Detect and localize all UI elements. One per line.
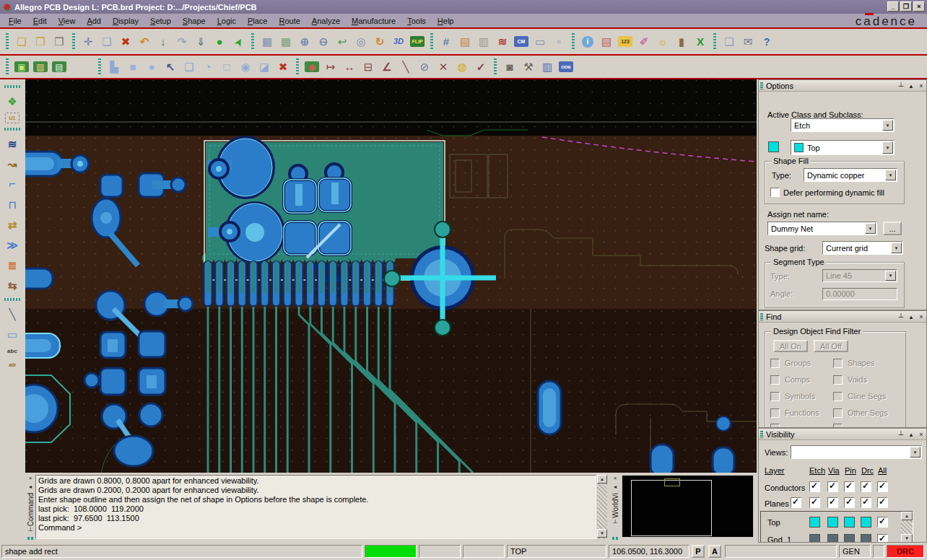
redo-button[interactable]: ↷: [173, 33, 191, 51]
find-panel-header[interactable]: Find ┴ ▴ ×: [759, 311, 926, 323]
pin-icon[interactable]: ┴: [612, 519, 619, 527]
snapshot-button[interactable]: ◙: [501, 58, 518, 76]
pick-mode-button[interactable]: P: [692, 545, 705, 558]
collapse-icon[interactable]: ◂: [27, 483, 35, 491]
void-arc-button[interactable]: ◔: [199, 58, 217, 76]
visibility-column-header[interactable]: Drc: [861, 466, 874, 475]
flip-design-button[interactable]: FLIP: [410, 36, 425, 47]
top-via-swatch[interactable]: [827, 517, 838, 528]
constraint-manager-button[interactable]: CM: [514, 36, 528, 47]
collapse-icon[interactable]: ▴: [906, 430, 916, 439]
move-button[interactable]: ✛: [79, 33, 97, 51]
odb-export-button[interactable]: ODB: [559, 61, 573, 72]
net-name-dropdown[interactable]: Dummy Net ▼: [767, 222, 877, 235]
menu-item[interactable]: Place: [242, 15, 274, 27]
top-all-checkbox[interactable]: [877, 517, 888, 528]
chevron-down-icon[interactable]: ▼: [885, 170, 896, 180]
menu-item[interactable]: Edit: [27, 15, 53, 27]
subclass-color-swatch[interactable]: [768, 141, 779, 152]
zoom-previous-button[interactable]: ↩: [334, 33, 351, 51]
menu-item[interactable]: Shape: [177, 15, 212, 27]
pin-icon[interactable]: ┴: [896, 82, 906, 90]
menu-item[interactable]: Logic: [212, 15, 242, 27]
import-button[interactable]: ↓: [154, 33, 172, 51]
visibility-column-header[interactable]: Pin: [845, 466, 856, 475]
chevron-down-icon[interactable]: ▼: [891, 242, 902, 253]
color-priority-button[interactable]: ▥: [475, 33, 492, 51]
scroll-down-icon[interactable]: ▼: [597, 529, 607, 538]
top-pin-swatch[interactable]: [844, 517, 855, 528]
minimize-button[interactable]: _: [887, 1, 899, 12]
void-rect-button[interactable]: □: [218, 58, 235, 76]
menu-item[interactable]: File: [3, 15, 27, 27]
dim-value-button[interactable]: ⊟: [360, 58, 377, 76]
place-component-button[interactable]: U1: [5, 113, 19, 123]
conductors-drc-checkbox[interactable]: [861, 481, 871, 492]
class-dropdown[interactable]: Etch ▼: [791, 118, 895, 132]
close-icon[interactable]: ×: [27, 474, 35, 482]
datatips-button[interactable]: ▫: [550, 33, 567, 51]
zoom-fit-button[interactable]: ▦: [258, 33, 276, 51]
conductors-etch-checkbox[interactable]: [809, 481, 820, 492]
chevron-down-icon[interactable]: ▼: [882, 120, 893, 131]
fill-type-dropdown[interactable]: Dynamic copper ▼: [804, 168, 897, 182]
drc-status-button[interactable]: DRC: [887, 545, 924, 558]
visibility-panel-header[interactable]: Visibility ┴ ▴ ×: [759, 429, 926, 440]
pin-icon[interactable]: ┴: [27, 527, 35, 535]
collapse-icon[interactable]: ◂: [612, 483, 619, 491]
worldview-tab-label[interactable]: WorldVi: [612, 493, 619, 518]
options-panel-header[interactable]: Options ┴ ▴ ×: [759, 80, 926, 92]
shape-copy-button[interactable]: ❑: [180, 58, 198, 76]
menu-item[interactable]: Manufacture: [346, 15, 401, 27]
undo-button[interactable]: ↶: [136, 33, 153, 51]
gnd1-etch-swatch[interactable]: [809, 534, 820, 543]
fanout-button[interactable]: ⊓: [4, 196, 21, 213]
chevron-down-icon[interactable]: ▼: [865, 223, 876, 234]
slide-button[interactable]: ↝: [4, 155, 21, 172]
layer-chart-button[interactable]: ▥: [539, 58, 556, 76]
board-export-button[interactable]: ▤: [52, 61, 66, 72]
current-view-outline[interactable]: [664, 478, 680, 486]
conductors-via-checkbox[interactable]: [827, 481, 838, 492]
scroll-up-icon[interactable]: ▲: [901, 512, 913, 520]
edit-text-button[interactable]: ab: [5, 359, 19, 370]
board-fill-button[interactable]: ▣: [14, 61, 29, 72]
close-icon[interactable]: ×: [916, 312, 926, 321]
pin-button[interactable]: ➤: [227, 30, 251, 53]
planes-row-checkbox[interactable]: [791, 497, 801, 508]
dim-check-button[interactable]: ✓: [472, 58, 489, 76]
visibility-column-header[interactable]: Etch: [809, 466, 825, 475]
gnd1-pin-swatch[interactable]: [844, 534, 855, 543]
scroll-down-icon[interactable]: ▼: [901, 534, 913, 543]
swap-components-button[interactable]: ⇆: [4, 276, 21, 294]
close-icon[interactable]: ×: [916, 82, 926, 90]
menu-item[interactable]: Add: [81, 15, 107, 27]
console-tab-label[interactable]: Command: [27, 493, 35, 526]
pin-icon[interactable]: ┴: [896, 312, 906, 321]
cross-section-button[interactable]: ≋: [494, 33, 511, 51]
measure-button[interactable]: 123: [618, 36, 632, 47]
new-file-button[interactable]: ❏: [13, 33, 30, 51]
properties-button[interactable]: ❏: [721, 33, 738, 51]
pin-icon[interactable]: ┴: [896, 430, 906, 439]
dim-distance-button[interactable]: ↔: [341, 58, 358, 76]
layer-column-header[interactable]: Layer: [765, 466, 785, 475]
dim-angle-button[interactable]: ∠: [378, 58, 396, 76]
menu-item[interactable]: Display: [107, 15, 144, 27]
auto-route-button[interactable]: ≫: [4, 236, 21, 253]
refdes-assign-button[interactable]: ❖: [4, 92, 21, 110]
zoom-points-button[interactable]: ▩: [277, 33, 295, 51]
gnd1-all-checkbox[interactable]: [877, 534, 888, 543]
planes-drc-checkbox[interactable]: [861, 497, 871, 508]
menu-item[interactable]: Help: [432, 15, 460, 27]
menu-item[interactable]: Setup: [144, 15, 177, 27]
component-browser-button[interactable]: ▤: [598, 33, 615, 51]
subclass-dropdown[interactable]: Top ▼: [791, 140, 895, 155]
board-pour-button[interactable]: ▧: [33, 61, 48, 72]
export-button[interactable]: ⇓: [192, 33, 209, 51]
menu-item[interactable]: Route: [273, 15, 305, 27]
update-layers-button[interactable]: ≣: [4, 256, 21, 274]
dim-diameter-button[interactable]: ⊘: [416, 58, 433, 76]
scroll-up-icon[interactable]: ▲: [597, 475, 607, 484]
views-dropdown[interactable]: ▼: [791, 445, 922, 459]
